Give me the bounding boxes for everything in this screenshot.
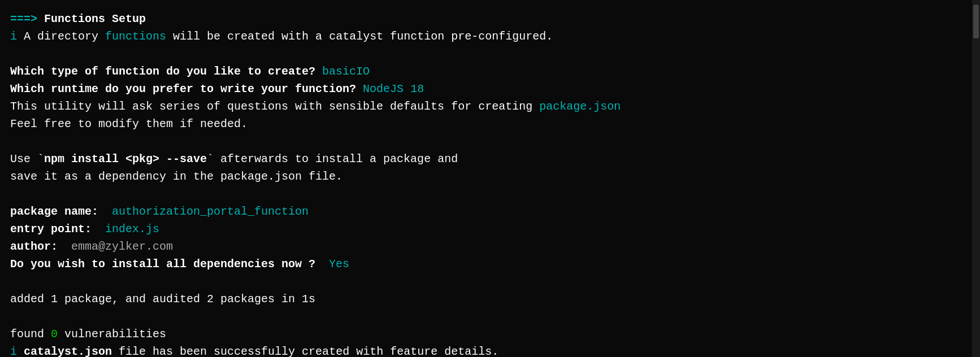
utility-text: This utility will ask series of question… (10, 100, 539, 113)
save-text: save it as a dependency in the package.j… (10, 170, 342, 183)
author-value: emma@zylker.com (58, 240, 173, 253)
save-line: save it as a dependency in the package.j… (10, 168, 966, 185)
package-json-keyword: package.json (539, 100, 621, 113)
entry-point-label: entry point: (10, 223, 92, 236)
info-icon-1: i (10, 30, 17, 43)
utility-line: This utility will ask series of question… (10, 98, 966, 115)
arrow-prefix: ===> (10, 12, 44, 25)
empty-line-4 (10, 273, 966, 290)
catalyst-text-post: file has been successfully created with … (112, 345, 498, 357)
scrollbar-thumb[interactable] (973, 5, 979, 38)
info-directory-line: i A directory functions will be created … (10, 28, 966, 45)
package-name-line: package name: authorization_portal_funct… (10, 203, 966, 220)
author-label: author: (10, 240, 58, 253)
info-icon-2: i (10, 345, 17, 357)
directory-text-1: A directory (17, 30, 105, 43)
functions-keyword: functions (105, 30, 166, 43)
added-line: added 1 package, and audited 2 packages … (10, 290, 966, 308)
catalyst-text-pre (17, 345, 24, 357)
type-answer: basicIO (315, 65, 370, 78)
added-text: added 1 package, and audited 2 packages … (10, 293, 315, 306)
title-text: Functions Setup (44, 12, 146, 25)
npm-text-pre: Use ` (10, 153, 44, 166)
package-name-value: authorization_portal_function (98, 205, 309, 218)
catalyst-json-keyword: catalyst.json (24, 345, 112, 357)
terminal: ===> Functions Setup i A directory funct… (0, 0, 980, 357)
empty-line-1 (10, 45, 966, 63)
found-text-post: vulnerabilities (58, 328, 166, 341)
empty-line-5 (10, 308, 966, 325)
npm-text-post: ` afterwards to install a package and (207, 153, 458, 166)
runtime-question-line: Which runtime do you prefer to write you… (10, 80, 966, 98)
modify-text: Feel free to modify them if needed. (10, 117, 248, 130)
type-question-line: Which type of function do you like to cr… (10, 63, 966, 80)
directory-text-2: will be created with a catalyst function… (166, 30, 553, 43)
found-line: found 0 vulnerabilities (10, 325, 966, 343)
catalyst-json-line: i catalyst.json file has been successful… (10, 343, 966, 357)
npm-command: npm install <pkg> --save (44, 153, 207, 166)
dependencies-question-line: Do you wish to install all dependencies … (10, 255, 966, 273)
found-text-pre: found (10, 328, 51, 341)
dependencies-question-text: Do you wish to install all dependencies … (10, 258, 315, 271)
type-question-text: Which type of function do you like to cr… (10, 65, 315, 78)
runtime-question-text: Which runtime do you prefer to write you… (10, 82, 356, 95)
entry-point-value: index.js (92, 223, 159, 236)
npm-line: Use `npm install <pkg> --save` afterward… (10, 150, 966, 168)
title-line: ===> Functions Setup (10, 10, 966, 28)
entry-point-line: entry point: index.js (10, 220, 966, 238)
dependencies-answer: Yes (315, 258, 349, 271)
empty-line-3 (10, 185, 966, 203)
author-line: author: emma@zylker.com (10, 238, 966, 255)
empty-line-2 (10, 133, 966, 150)
package-name-label: package name: (10, 205, 98, 218)
modify-line: Feel free to modify them if needed. (10, 115, 966, 133)
runtime-answer: NodeJS 18 (356, 82, 424, 95)
vulnerability-count: 0 (51, 328, 58, 341)
scrollbar[interactable] (972, 0, 980, 357)
